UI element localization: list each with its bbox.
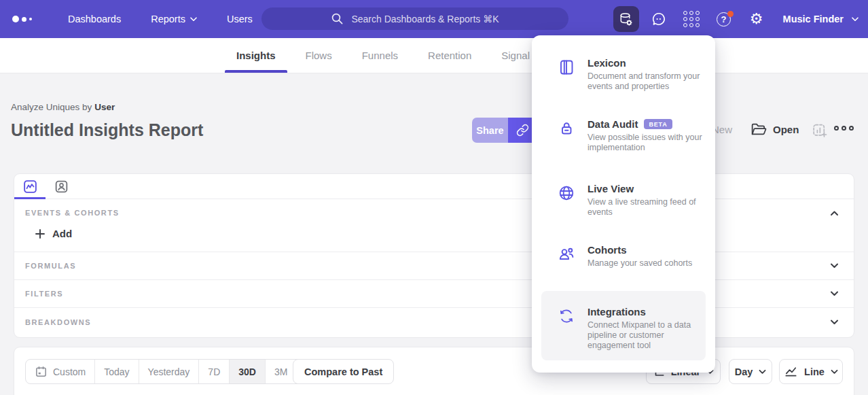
nav-dashboards[interactable]: Dashboards [53,0,136,38]
apps-grid-button[interactable] [679,6,704,32]
interval-label: Day [735,366,753,377]
menu-item-title: Lexicon [587,57,626,69]
chart-type-dropdown[interactable]: Line [779,359,843,384]
nav-users-label: Users [227,14,253,24]
header-actions: New Open [706,119,856,141]
menu-item-live-view[interactable]: Live View View a live streaming feed of … [532,183,715,218]
report-tabbar: Insights Flows Funnels Retention Signal … [0,38,868,73]
globe-icon [557,184,576,203]
menu-item-cohorts[interactable]: Cohorts Manage your saved cohorts [532,244,715,269]
add-to-dashboard-button[interactable] [811,122,828,139]
topbar: Dashboards Reports Users Search Dashboar… [0,0,868,38]
nav-dashboards-label: Dashboards [68,14,121,24]
nav-reports-label: Reports [151,14,185,24]
tab-insights[interactable]: Insights [225,38,287,73]
chart-controls-card: Custom Today Yesterday 7D 30D 3M 6M 12M … [14,347,854,395]
lexicon-book-icon [557,58,576,77]
mixpanel-logo-icon[interactable] [12,16,39,22]
range-yesterday[interactable]: Yesterday [139,360,199,383]
chevron-down-icon [830,319,839,325]
menu-item-integrations[interactable]: Integrations Connect Mixpanel to a data … [532,306,715,351]
chevron-down-icon [190,17,197,22]
context-prefix: Analyze Uniques by [11,102,92,112]
breakdowns-header: BREAKDOWNS [25,318,91,326]
data-settings-button[interactable] [613,6,639,32]
gear-icon: ⚙ [750,12,763,27]
range-today[interactable]: Today [94,360,138,383]
folder-open-icon [750,121,767,138]
account-menu[interactable]: Music Finder [783,14,858,24]
tab-retention[interactable]: Retention [416,38,483,73]
compare-to-past-button[interactable]: Compare to Past [293,359,394,384]
plus-icon [35,228,46,239]
chevron-down-icon [759,369,766,375]
tab-flows[interactable]: Flows [294,38,344,73]
more-options-button[interactable] [834,126,854,131]
link-icon [516,124,529,137]
share-button[interactable]: Share [472,118,508,143]
menu-item-description: View a live streaming feed of events [587,197,704,218]
events-cohorts-header: EVENTS & COHORTS [25,209,120,217]
menu-item-data-audit[interactable]: Data Audit BETA View possible issues wit… [532,118,715,153]
feedback-button[interactable] [646,6,672,32]
feedback-icon [651,11,667,27]
menu-item-title: Integrations [587,306,646,317]
menu-item-lexicon[interactable]: Lexicon Document and transform your even… [532,57,715,92]
chart-type-label: Line [804,366,825,377]
filters-section[interactable]: FILTERS [14,280,854,308]
topbar-right: ? ⚙ Music Finder [613,0,858,38]
integrations-sync-icon [557,307,576,326]
formulas-header: FORMULAS [25,262,76,270]
top-navigation: Dashboards Reports Users [53,0,268,38]
calendar-icon [35,365,48,378]
add-chart-to-board-icon [811,122,828,139]
formulas-section[interactable]: FORMULAS [14,252,854,280]
menu-item-title: Data Audit [587,118,638,130]
nav-reports[interactable]: Reports [136,0,212,38]
tab-users-view[interactable] [46,174,77,199]
menu-item-description: Manage your saved cohorts [587,258,704,269]
account-label: Music Finder [783,14,844,24]
chevron-down-icon [830,263,839,269]
apps-grid-icon [683,11,700,27]
add-event-button[interactable]: Add [35,228,72,239]
chevron-down-icon [831,369,838,375]
search-icon [331,12,344,25]
query-builder-card: EVENTS & COHORTS Add FORMULAS FILTERS BR… [14,173,854,338]
range-custom[interactable]: Custom [26,360,94,383]
range-30d[interactable]: 30D [229,360,265,383]
context-entity-selector[interactable]: User [94,102,115,112]
nav-users[interactable]: Users [212,0,268,38]
help-button[interactable]: ? [711,6,737,32]
chevron-down-icon [830,291,839,297]
breakdowns-section[interactable]: BREAKDOWNS [14,308,854,336]
line-chart-icon [784,364,798,379]
query-view-tabs [14,174,854,199]
settings-button[interactable]: ⚙ [744,6,770,32]
range-7d[interactable]: 7D [198,360,229,383]
search-placeholder: Search Dashboards & Reports ⌘K [351,14,499,24]
data-management-menu: Lexicon Document and transform your even… [532,35,715,373]
share-group: Share [472,118,537,143]
open-label: Open [773,124,799,135]
user-card-icon [54,179,69,194]
menu-item-description: Connect Mixpanel to a data pipeline or c… [587,320,704,351]
events-cohorts-section: EVENTS & COHORTS Add [14,199,854,252]
filters-header: FILTERS [25,290,63,298]
interval-dropdown[interactable]: Day [729,359,772,384]
report-title[interactable]: Untitled Insights Report [11,120,203,140]
chevron-down-icon [852,17,858,22]
menu-item-description: View possible issues with your implement… [587,133,704,153]
page: Dashboards Reports Users Search Dashboar… [0,0,868,395]
open-report-button[interactable]: Open [750,121,799,138]
analysis-context: Analyze Uniques byUser [11,102,115,112]
menu-item-title: Live View [587,183,634,194]
range-3m[interactable]: 3M [265,360,296,383]
tab-events-view[interactable] [14,174,46,199]
search-input[interactable]: Search Dashboards & Reports ⌘K [261,7,568,30]
tab-funnels[interactable]: Funnels [350,38,410,73]
menu-item-description: Document and transform your events and p… [587,71,704,92]
beta-badge: BETA [644,119,672,129]
chevron-up-icon[interactable] [830,211,839,217]
activity-chart-icon [22,179,38,194]
